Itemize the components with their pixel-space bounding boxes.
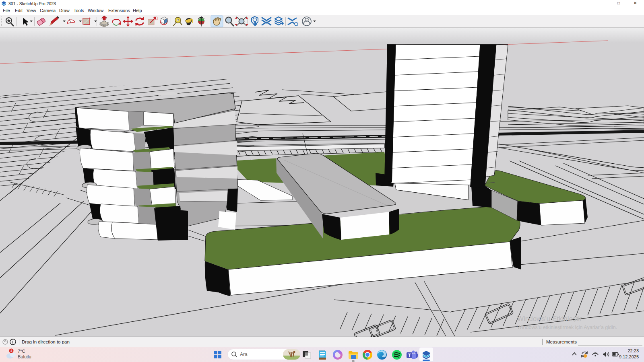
svg-text:Windows’u Etkinleştir: Windows’u Etkinleştir xyxy=(517,315,582,323)
svg-text:4: 4 xyxy=(10,349,12,353)
svg-text:Windows’u etkinleştirmek için: Windows’u etkinleştirmek için Ayarlar’a … xyxy=(517,325,617,330)
